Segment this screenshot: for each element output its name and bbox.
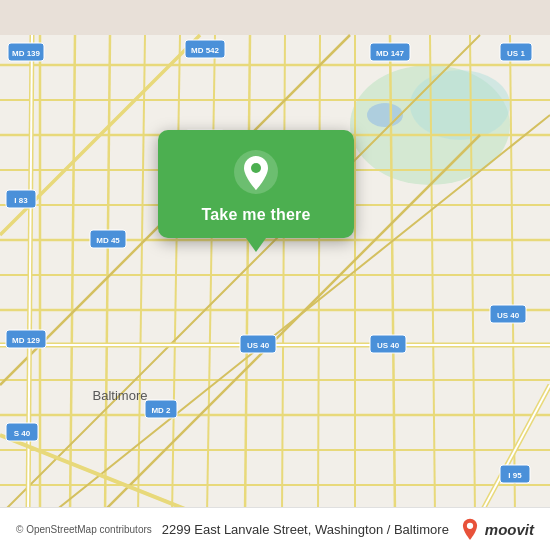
popup-card[interactable]: Take me there (158, 130, 354, 238)
bottom-bar: © OpenStreetMap contributors 2299 East L… (0, 507, 550, 550)
svg-text:S 40: S 40 (14, 429, 31, 438)
svg-text:US 1: US 1 (507, 49, 525, 58)
svg-text:MD 542: MD 542 (191, 46, 220, 55)
moovit-logo: moovit (459, 518, 534, 540)
svg-text:Baltimore: Baltimore (93, 388, 148, 403)
svg-text:US 40: US 40 (377, 341, 400, 350)
svg-point-74 (467, 523, 473, 529)
svg-text:MD 129: MD 129 (12, 336, 41, 345)
svg-point-73 (251, 163, 261, 173)
moovit-pin-icon (459, 518, 481, 540)
svg-text:US 40: US 40 (247, 341, 270, 350)
svg-text:I 83: I 83 (14, 196, 28, 205)
svg-point-2 (410, 70, 510, 140)
svg-text:I 95: I 95 (508, 471, 522, 480)
svg-text:MD 139: MD 139 (12, 49, 41, 58)
map-attribution: © OpenStreetMap contributors (16, 524, 152, 535)
address-label: 2299 East Lanvale Street, Washington / B… (152, 522, 459, 537)
svg-text:MD 45: MD 45 (96, 236, 120, 245)
take-me-there-button[interactable]: Take me there (201, 206, 310, 224)
svg-point-3 (367, 103, 403, 127)
map-container: MD 139 MD 542 MD 542 MD 147 US 1 I 83 MD… (0, 0, 550, 550)
moovit-brand-text: moovit (485, 521, 534, 538)
svg-text:MD 147: MD 147 (376, 49, 405, 58)
svg-text:US 40: US 40 (497, 311, 520, 320)
map-background: MD 139 MD 542 MD 542 MD 147 US 1 I 83 MD… (0, 0, 550, 550)
location-pin-icon (232, 148, 280, 196)
svg-text:MD 2: MD 2 (151, 406, 171, 415)
